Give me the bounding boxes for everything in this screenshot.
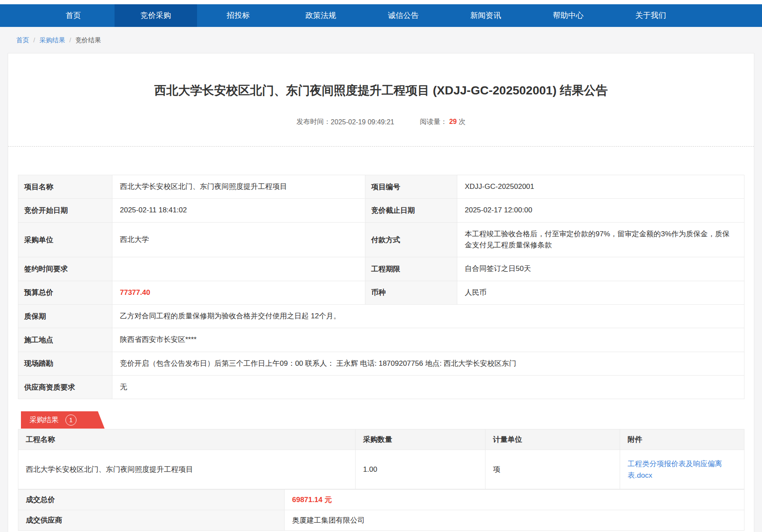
total-price-unit: 元 [324, 496, 332, 504]
announcement-card: 西北大学长安校区北门、东门夜间照度提升工程项目 (XDJJ-GC-2025020… [8, 53, 754, 532]
top-strip [0, 0, 762, 4]
table-row: 现场踏勘 竞价开启（包含公告发布日）后第三个工作日上午09：00 联系人： 王永… [18, 352, 744, 375]
views-unit: 次 [459, 118, 465, 125]
result-project-name: 西北大学长安校区北门、东门夜间照度提升工程项目 [18, 450, 355, 489]
duration-value: 自合同签订之日50天 [457, 257, 744, 281]
purchase-result-tag: 采购结果 1 [21, 411, 105, 429]
nav-item-news[interactable]: 新闻资讯 [444, 4, 527, 27]
nav-item-help-center[interactable]: 帮助中心 [527, 4, 609, 27]
result-summary-table: 成交总价 69871.14 元 成交供应商 奥厦建工集团有限公司 [18, 489, 744, 531]
attachment-link[interactable]: 工程类分项报价表及响应偏离表.docx [628, 460, 722, 479]
total-price-row: 成交总价 69871.14 元 [18, 490, 744, 510]
result-header-row: 工程名称 采购数量 计量单位 附件 [18, 429, 744, 450]
nav-item-home[interactable]: 首页 [32, 4, 115, 27]
purchaser-label: 采购单位 [18, 222, 112, 257]
site-visit-label: 现场踏勘 [18, 352, 112, 375]
views-label: 阅读量： [420, 118, 447, 125]
breadcrumb-link-purchase-results[interactable]: 采购结果 [39, 36, 65, 44]
result-unit: 项 [485, 450, 620, 489]
table-row: 采购单位 西北大学 付款方式 本工程竣工验收合格后，付至审定价款的97%，留审定… [18, 222, 744, 257]
end-date-value: 2025-02-17 12:00:00 [457, 199, 744, 222]
result-header-name: 工程名称 [18, 429, 355, 450]
warranty-value: 乙方对合同工程的质量保修期为验收合格并交付使用之日起 12个月。 [112, 305, 744, 328]
purchaser-value: 西北大学 [112, 222, 365, 257]
purchase-result-tag-label: 采购结果 [29, 415, 59, 425]
start-date-label: 竞价开始日期 [18, 199, 112, 222]
budget-label: 预算总价 [18, 281, 112, 304]
supplier-label: 成交供应商 [18, 510, 284, 531]
views-count: 29 [449, 118, 457, 125]
project-name-value: 西北大学长安校区北门、东门夜间照度提升工程项目 [112, 175, 365, 199]
payment-value: 本工程竣工验收合格后，付至审定价款的97%，留审定金额的3%作为质保金，质保金支… [457, 222, 744, 257]
qualification-value: 无 [112, 376, 744, 399]
currency-label: 币种 [365, 281, 457, 304]
budget-value: 77377.40 [112, 281, 365, 304]
result-header-attachment: 附件 [620, 429, 744, 450]
project-name-label: 项目名称 [18, 175, 112, 199]
result-quantity: 1.00 [355, 450, 485, 489]
publish-time-value: 2025-02-19 09:49:21 [331, 118, 394, 126]
table-row: 施工地点 陕西省西安市长安区**** [18, 328, 744, 352]
result-number-badge: 1 [65, 414, 76, 426]
purchase-result-table: 工程名称 采购数量 计量单位 附件 西北大学长安校区北门、东门夜间照度提升工程项… [18, 429, 744, 489]
nav-item-integrity-notice[interactable]: 诚信公告 [362, 4, 444, 27]
table-row: 预算总价 77377.40 币种 人民币 [18, 281, 744, 304]
qualification-label: 供应商资质要求 [18, 376, 112, 399]
currency-value: 人民币 [457, 281, 744, 304]
sign-time-value [112, 257, 365, 281]
page-title: 西北大学长安校区北门、东门夜间照度提升工程项目 (XDJJ-GC-2025020… [8, 82, 754, 99]
sign-time-label: 签约时间要求 [18, 257, 112, 281]
payment-label: 付款方式 [365, 222, 457, 257]
table-row: 项目名称 西北大学长安校区北门、东门夜间照度提升工程项目 项目编号 XDJJ-G… [18, 175, 744, 199]
location-value: 陕西省西安市长安区**** [112, 328, 744, 352]
end-date-label: 竞价截止日期 [365, 199, 457, 222]
table-row: 签约时间要求 工程期限 自合同签订之日50天 [18, 257, 744, 281]
result-attachment-cell: 工程类分项报价表及响应偏离表.docx [620, 450, 744, 489]
nav-item-tender[interactable]: 招投标 [197, 4, 279, 27]
duration-label: 工程期限 [365, 257, 457, 281]
title-body-divider [8, 146, 754, 147]
project-code-value: XDJJ-GC-202502001 [457, 175, 744, 199]
table-row: 质保期 乙方对合同工程的质量保修期为验收合格并交付使用之日起 12个月。 [18, 305, 744, 328]
total-price-label: 成交总价 [18, 490, 284, 510]
result-data-row: 西北大学长安校区北门、东门夜间照度提升工程项目 1.00 项 工程类分项报价表及… [18, 450, 744, 489]
supplier-row: 成交供应商 奥厦建工集团有限公司 [18, 510, 744, 531]
table-row: 竞价开始日期 2025-02-11 18:41:02 竞价截止日期 2025-0… [18, 199, 744, 222]
breadcrumb-current: 竞价结果 [75, 36, 101, 44]
result-header-quantity: 采购数量 [355, 429, 485, 450]
site-visit-value: 竞价开启（包含公告发布日）后第三个工作日上午09：00 联系人： 王永辉 电话:… [112, 352, 744, 375]
publish-time-label: 发布时间： [297, 118, 331, 126]
table-row: 供应商资质要求 无 [18, 376, 744, 399]
main-navigation: 首页 竞价采购 招投标 政策法规 诚信公告 新闻资讯 帮助中心 关于我们 [0, 4, 762, 27]
publish-info-row: 发布时间： 2025-02-19 09:49:21 阅读量： 29 次 [8, 118, 754, 126]
breadcrumb-separator: / [33, 36, 35, 44]
project-code-label: 项目编号 [365, 175, 457, 199]
breadcrumb: 首页/采购结果/竞价结果 [0, 27, 762, 53]
total-price-value: 69871.14 元 [284, 490, 744, 510]
nav-item-bidding-purchase[interactable]: 竞价采购 [115, 4, 197, 27]
location-label: 施工地点 [18, 328, 112, 352]
project-info-table: 项目名称 西北大学长安校区北门、东门夜间照度提升工程项目 项目编号 XDJJ-G… [18, 175, 744, 399]
nav-item-policies[interactable]: 政策法规 [279, 4, 362, 27]
breadcrumb-separator: / [69, 36, 71, 44]
start-date-value: 2025-02-11 18:41:02 [112, 199, 365, 222]
nav-item-about-us[interactable]: 关于我们 [609, 4, 692, 27]
warranty-label: 质保期 [18, 305, 112, 328]
supplier-value: 奥厦建工集团有限公司 [284, 510, 744, 531]
result-header-unit: 计量单位 [485, 429, 620, 450]
breadcrumb-link-home[interactable]: 首页 [16, 36, 29, 44]
